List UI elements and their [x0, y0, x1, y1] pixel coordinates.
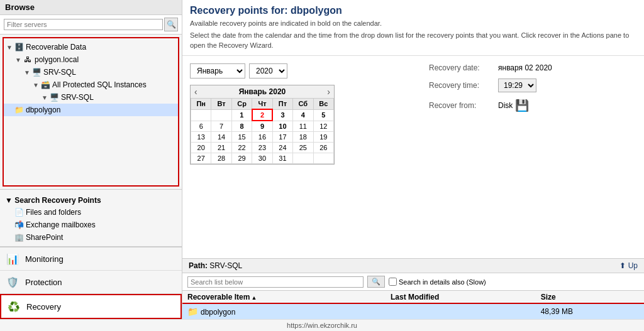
- disk-icon: 💾: [515, 99, 529, 112]
- calendar-day[interactable]: 22: [231, 143, 252, 153]
- calendar-day[interactable]: 18: [293, 132, 313, 143]
- server-filter-container: 🔍: [0, 15, 182, 35]
- calendar-prev-btn[interactable]: ‹: [194, 87, 197, 97]
- search-also-text: Search in details also (Slow): [399, 278, 486, 286]
- calendar-day[interactable]: 16: [252, 132, 272, 143]
- recover-from-value: Disk: [498, 101, 513, 110]
- recovery-time-row: Recovery time: 19:29: [429, 79, 636, 92]
- file-table-column-size[interactable]: Size: [536, 291, 644, 304]
- nav-label-monitoring: Monitoring: [25, 254, 64, 264]
- db-name: dbpolygon: [291, 5, 342, 16]
- search-also-checkbox[interactable]: [389, 278, 397, 286]
- year-dropdown[interactable]: 201920202021: [249, 63, 287, 79]
- calendar-day[interactable]: 31: [272, 153, 292, 164]
- recover-from-row: Recover from: Disk 💾: [429, 99, 636, 112]
- calendar-week-row: 6789101112: [191, 121, 334, 132]
- calendar-section: ЯнварьФевральМартАпрельМайИюньИюльАвгуст…: [182, 56, 421, 258]
- search-item-sharepoint[interactable]: 🏢SharePoint: [3, 231, 179, 244]
- calendar-day: [313, 153, 333, 164]
- calendar-day[interactable]: 8: [231, 121, 252, 132]
- main-container: Browse 🔍 ▼🗄️Recoverable Data▼🖧polygon.lo…: [0, 0, 644, 319]
- tree-item-srv-sql-2[interactable]: ▼🖥️SRV-SQL: [4, 91, 178, 104]
- calendar-day[interactable]: 30: [252, 153, 272, 164]
- calendar-widget: ‹ Январь 2020 › ПнВтСрЧтПтСбВс 123456789…: [190, 85, 335, 165]
- calendar-day[interactable]: 6: [191, 121, 211, 132]
- file-table: Recoverable Item▲Last ModifiedSize 📁dbpo…: [182, 291, 644, 319]
- calendar-day[interactable]: 21: [211, 143, 231, 153]
- search-item-files-folders[interactable]: 📄Files and folders: [3, 206, 179, 219]
- calendar-week-row: 13141516171819: [191, 132, 334, 143]
- calendar-day[interactable]: 28: [211, 153, 231, 164]
- calendar-day[interactable]: 4: [293, 109, 313, 121]
- calendar-day[interactable]: 3: [272, 109, 292, 121]
- filter-servers-input[interactable]: [4, 19, 163, 30]
- recover-from-label: Recover from:: [429, 101, 498, 110]
- recovery-info-panel: Recovery date: января 02 2020 Recovery t…: [421, 56, 644, 258]
- calendar-day[interactable]: 15: [231, 132, 252, 143]
- search-item-label: Files and folders: [26, 208, 81, 217]
- calendar-day[interactable]: 20: [191, 143, 211, 153]
- file-size-cell: 48,39 MB: [536, 304, 644, 320]
- expand-icon: ▼: [24, 69, 30, 76]
- search-list-input[interactable]: [187, 276, 364, 288]
- calendar-day[interactable]: 7: [211, 121, 231, 132]
- file-table-column-last-modified[interactable]: Last Modified: [386, 291, 536, 304]
- tree-item-recoverable-data[interactable]: ▼🗄️Recoverable Data: [4, 41, 178, 53]
- calendar-day[interactable]: 17: [272, 132, 292, 143]
- calendar-day[interactable]: 29: [231, 153, 252, 164]
- calendar-next-btn[interactable]: ›: [327, 87, 330, 97]
- search-list-button[interactable]: 🔍: [367, 276, 385, 288]
- tree-icon: 🖧: [23, 55, 33, 65]
- calendar-week-row: 2728293031: [191, 153, 334, 164]
- calendar-day[interactable]: 24: [272, 143, 292, 153]
- nav-label-recovery: Recovery: [26, 302, 61, 312]
- calendar-day[interactable]: 1: [231, 109, 252, 121]
- calendar-day[interactable]: 13: [191, 132, 211, 143]
- tree-icon: 🖥️: [49, 92, 59, 102]
- nav-item-recovery[interactable]: ♻️Recovery: [0, 294, 182, 319]
- month-dropdown[interactable]: ЯнварьФевральМартАпрельМайИюньИюльАвгуст…: [190, 63, 245, 79]
- calendar-day[interactable]: 14: [211, 132, 231, 143]
- calendar-day[interactable]: 11: [293, 121, 313, 132]
- calendar-weekday: Чт: [252, 99, 272, 110]
- calendar-day[interactable]: 12: [313, 121, 333, 132]
- nav-item-monitoring[interactable]: 📊Monitoring: [0, 247, 182, 271]
- up-button[interactable]: ⬆ Up: [619, 261, 638, 270]
- up-label: Up: [628, 261, 638, 270]
- tree-item-polygon-local[interactable]: ▼🖧polygon.local: [4, 53, 178, 66]
- search-also-label: Search in details also (Slow): [389, 278, 486, 286]
- path-label-text: Path:: [189, 261, 209, 270]
- calendar-day[interactable]: 27: [191, 153, 211, 164]
- search-item-search-recovery-points[interactable]: ▼ Search Recovery Points: [3, 195, 179, 206]
- path-label: Path: SRV-SQL: [189, 261, 242, 270]
- search-item-exchange-mailboxes[interactable]: 📬Exchange mailboxes: [3, 219, 179, 231]
- filter-search-button[interactable]: 🔍: [164, 18, 178, 31]
- calendar-day[interactable]: 5: [313, 109, 333, 121]
- calendar-day[interactable]: 19: [313, 132, 333, 143]
- expand-icon: ▼: [33, 82, 39, 89]
- footer-url: https://win.ekzorchik.ru: [0, 319, 644, 331]
- calendar-day[interactable]: 25: [293, 143, 313, 153]
- calendar-header: ПнВтСрЧтПтСбВс: [191, 99, 334, 110]
- calendar-day[interactable]: 10: [272, 121, 292, 132]
- title-prefix: Recovery points for:: [190, 5, 291, 16]
- calendar-day[interactable]: 26: [313, 143, 333, 153]
- calendar-day[interactable]: 9: [252, 121, 272, 132]
- tree-item-all-protected[interactable]: ▼🗃️All Protected SQL Instances: [4, 79, 178, 91]
- nav-item-protection[interactable]: 🛡️Protection: [0, 271, 182, 294]
- sidebar: Browse 🔍 ▼🗄️Recoverable Data▼🖧polygon.lo…: [0, 0, 182, 319]
- tree-item-dbpolygon[interactable]: 📁dbpolygon: [4, 104, 178, 116]
- file-table-body: 📁dbpolygon 48,39 MB: [182, 304, 644, 320]
- tree-item-srv-sql-1[interactable]: ▼🖥️SRV-SQL: [4, 66, 178, 79]
- calendar-day[interactable]: 23: [252, 143, 272, 153]
- recovery-time-dropdown[interactable]: 19:29: [498, 79, 536, 92]
- file-browser-header: Path: SRV-SQL ⬆ Up: [182, 259, 644, 273]
- table-row[interactable]: 📁dbpolygon 48,39 MB: [182, 304, 644, 320]
- footer-url-text: https://win.ekzorchik.ru: [287, 322, 357, 329]
- calendar-day[interactable]: 2: [252, 109, 272, 121]
- sort-arrow: ▲: [251, 295, 257, 301]
- search-item-icon: 📬: [14, 220, 24, 230]
- file-modified-cell: [386, 304, 536, 320]
- recovery-time-container: 19:29: [498, 79, 536, 92]
- file-table-column-recoverable-item[interactable]: Recoverable Item▲: [182, 291, 386, 304]
